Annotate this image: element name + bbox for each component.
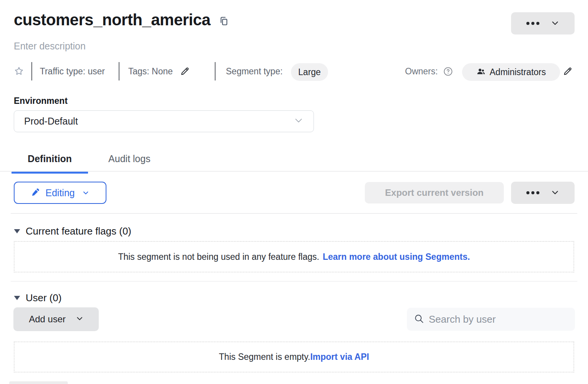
title-row: customers_north_america [14,11,229,29]
segment-detail-page: customers_north_america Enter descriptio… [0,0,588,384]
divider [31,62,32,80]
divider [119,62,119,80]
traffic-type-label: Traffic type: user [40,66,105,77]
environment-selected-value: Prod-Default [24,116,78,127]
people-icon [476,67,486,79]
tags-label: Tags: None [128,66,173,77]
favorite-star-icon[interactable] [14,66,24,78]
feature-flags-section-title: Current feature flags (0) [26,225,131,237]
description-field[interactable]: Enter description [14,41,86,52]
user-search-box [407,308,575,331]
export-current-version-button[interactable]: Export current version [365,182,504,203]
feature-flags-empty-text: This segment is not being used in any fe… [118,252,319,262]
tab-audit-logs[interactable]: Audit logs [91,146,168,172]
ellipsis-icon [526,22,539,25]
search-icon [414,313,424,325]
feature-flags-section-header[interactable]: Current feature flags (0) [14,225,131,237]
editing-mode-label: Editing [46,187,75,199]
segment-type-label: Segment type: [226,66,283,77]
add-user-button[interactable]: Add user [13,307,99,331]
segment-empty-state: This Segment is empty. Import via API [14,341,574,373]
owners-label: Owners: [405,66,438,77]
learn-more-link[interactable]: Learn more about using Segments. [323,252,470,262]
ellipsis-icon [526,191,539,194]
search-by-user-input[interactable] [429,313,568,325]
divider [11,213,577,214]
chevron-down-icon [82,187,89,199]
divider [11,281,577,282]
page-title: customers_north_america [14,11,211,29]
edit-owners-pencil-icon[interactable] [563,66,573,78]
chevron-down-icon [294,115,304,128]
import-via-api-link[interactable]: Import via API [310,352,369,362]
chevron-down-icon [551,188,559,198]
edit-tags-pencil-icon[interactable] [180,66,190,78]
chevron-down-icon [551,19,559,28]
meta-row: Traffic type: user Tags: None Segment ty… [0,61,588,81]
user-section-header[interactable]: User (0) [14,292,62,304]
owners-value: Administrators [490,67,546,77]
help-icon[interactable] [443,66,453,78]
add-user-label: Add user [29,314,65,325]
segment-type-badge: Large [291,63,328,81]
segment-empty-text: This Segment is empty. [219,352,310,362]
environment-select[interactable]: Prod-Default [14,110,314,132]
cutoff-element [9,381,68,384]
header-more-menu-button[interactable] [511,12,575,34]
toolbar-more-menu-button[interactable] [511,182,575,204]
collapse-triangle-icon [14,228,20,235]
pencil-icon [31,187,40,199]
tab-definition[interactable]: Definition [11,146,88,172]
user-section-title: User (0) [26,292,62,304]
copy-icon[interactable] [219,16,229,26]
divider [215,62,216,80]
environment-label: Environment [14,96,68,106]
collapse-triangle-icon [14,295,20,302]
chevron-down-icon [76,314,83,325]
tab-bar: Definition Audit logs [11,146,168,172]
editing-mode-button[interactable]: Editing [14,182,106,204]
feature-flags-empty-state: This segment is not being used in any fe… [14,241,574,272]
owners-badge[interactable]: Administrators [462,63,560,81]
